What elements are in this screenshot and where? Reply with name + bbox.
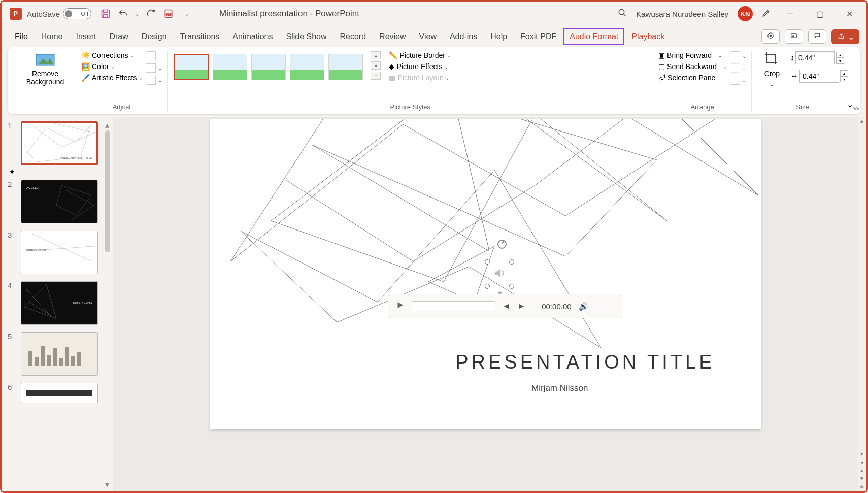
resize-handle-tr[interactable] — [509, 259, 514, 265]
effects-icon: ◆ — [389, 62, 394, 71]
style-thumb-3[interactable] — [251, 54, 286, 80]
picture-styles-gallery[interactable] — [173, 51, 364, 83]
tab-record[interactable]: Record — [334, 28, 373, 45]
minimize-button[interactable]: ─ — [780, 6, 800, 22]
slide-thumb-3[interactable]: 3 INTRODUCTION — [8, 231, 111, 274]
artistic-effects-button[interactable]: 🖌️Artistic Effects ⌄ — [81, 74, 143, 82]
style-thumb-2[interactable] — [213, 54, 247, 80]
tab-foxit[interactable]: Foxit PDF — [514, 28, 562, 45]
rotate-icon[interactable] — [730, 76, 740, 85]
resize-handle-bl[interactable] — [485, 284, 490, 289]
seek-track[interactable] — [412, 301, 495, 311]
remove-background-button[interactable]: Remove Background — [20, 51, 71, 86]
comments-button[interactable] — [808, 29, 826, 44]
tab-addins[interactable]: Add-ins — [444, 28, 483, 45]
picture-effects-button[interactable]: ◆Picture Effects ⌄ — [389, 62, 451, 71]
play-button[interactable] — [395, 301, 405, 312]
picture-layout-button[interactable]: ▦Picture Layout ⌄ — [389, 74, 451, 82]
tab-insert[interactable]: Insert — [70, 28, 102, 45]
color-button[interactable]: 🖼️Color ⌄ — [81, 62, 143, 71]
slide-thumb-2[interactable]: 2 AGENDA — [8, 180, 111, 223]
arrange-group-label: Arrange — [690, 103, 714, 112]
height-input[interactable]: ↕▴▾ — [790, 51, 848, 64]
compress-pictures-icon[interactable] — [146, 51, 156, 60]
gallery-scroll[interactable]: ▴▾≡ — [371, 51, 381, 80]
undo-dropdown[interactable]: ⌄ — [135, 11, 139, 17]
tab-audio-format[interactable]: Audio Format — [563, 28, 624, 45]
skip-forward-button[interactable]: ► — [517, 302, 525, 311]
tab-design[interactable]: Design — [136, 28, 173, 45]
tab-animations[interactable]: Animations — [226, 28, 279, 45]
slide-title-text[interactable]: PRESENTATION TITLE — [455, 351, 715, 373]
tab-transitions[interactable]: Transitions — [174, 28, 226, 45]
collapse-ribbon-icon[interactable]: ⌄ — [847, 100, 853, 109]
slide-thumb-5[interactable]: 5 — [8, 332, 111, 376]
tab-view[interactable]: View — [413, 28, 443, 45]
audio-object[interactable] — [487, 261, 512, 287]
svg-text:PDF: PDF — [166, 13, 172, 16]
style-thumb-4[interactable] — [290, 54, 324, 80]
thumbnail-scrollbar[interactable]: ▴▾ — [105, 120, 111, 486]
status-bar: Slide 1 of 15 ▭ ♿ Accessibility: Investi… — [2, 491, 866, 493]
bring-forward-button[interactable]: ▣Bring Forward ⌄ — [658, 51, 727, 59]
app-icon: P — [10, 8, 22, 20]
maximize-button[interactable]: ▢ — [810, 6, 830, 22]
tab-help[interactable]: Help — [484, 28, 513, 45]
corrections-button[interactable]: ☀️Corrections ⌄ — [81, 51, 143, 59]
resize-handle-tl[interactable] — [485, 259, 490, 265]
tab-home[interactable]: Home — [35, 28, 69, 45]
quick-access-toolbar: ⌄ PDF ⌄ — [101, 9, 189, 19]
qat-customize[interactable]: ⌄ — [185, 11, 189, 17]
canvas-scrollbar[interactable]: ▴▾ ◂▴▾≡ — [857, 117, 866, 491]
group-arrange: ▣Bring Forward ⌄ ▢Send Backward ⌄ ⮰Selec… — [653, 51, 752, 112]
save-icon[interactable] — [101, 9, 111, 19]
tab-review[interactable]: Review — [373, 28, 412, 45]
crop-button[interactable]: Crop ⌄ — [757, 51, 787, 88]
style-thumb-1[interactable] — [174, 54, 209, 80]
selection-pane-button[interactable]: ⮰Selection Pane — [658, 74, 727, 82]
autosave-label: AutoSave — [27, 10, 60, 18]
title-bar: P AutoSave Off ⌄ PDF ⌄ Minimalist presen… — [2, 2, 866, 26]
slide-canvas[interactable]: ◄ ► 00:00.00 🔊 PRESENTATION TITLE Mirjam… — [210, 119, 761, 429]
slide-thumb-1[interactable]: 1 PRESENTATION TITLE — [8, 121, 111, 165]
style-thumb-5[interactable] — [328, 54, 363, 80]
slide-thumb-6[interactable]: 6 — [8, 383, 111, 403]
close-button[interactable]: ✕ — [839, 6, 859, 22]
tab-file[interactable]: File — [9, 28, 34, 45]
tab-playback[interactable]: Playback — [625, 28, 671, 45]
tab-slideshow[interactable]: Slide Show — [280, 28, 332, 45]
pen-icon[interactable] — [762, 8, 771, 19]
reset-picture-icon[interactable] — [146, 76, 156, 85]
audio-media-bar: ◄ ► 00:00.00 🔊 — [388, 294, 622, 318]
slide-thumb-4[interactable]: 4 PRIMARY GOALS — [8, 281, 111, 325]
slide-subtitle-text[interactable]: Mirjam Nilsson — [531, 383, 588, 393]
size-launcher[interactable]: ↘ — [855, 105, 859, 111]
picture-border-button[interactable]: ✏️Picture Border ⌄ — [389, 51, 451, 59]
rotate-handle-icon[interactable] — [496, 238, 508, 252]
autosave-toggle[interactable]: Off — [63, 8, 91, 19]
user-avatar[interactable]: KN — [738, 6, 753, 21]
svg-point-3 — [619, 9, 624, 15]
undo-icon[interactable] — [118, 9, 128, 19]
sun-icon: ☀️ — [81, 51, 90, 59]
adjust-group-label: Adjust — [113, 103, 131, 112]
share-button[interactable]: ⌄ — [831, 29, 859, 44]
camera-record-button[interactable] — [761, 29, 780, 44]
group-icon[interactable] — [730, 63, 740, 73]
align-icon[interactable] — [730, 51, 740, 60]
export-pdf-icon[interactable]: PDF — [163, 9, 174, 19]
redo-icon[interactable] — [146, 9, 156, 19]
search-icon[interactable] — [618, 8, 627, 19]
border-icon: ✏️ — [389, 51, 397, 59]
width-input[interactable]: ↔▴▾ — [790, 70, 848, 83]
skip-back-button[interactable]: ◄ — [503, 302, 511, 311]
volume-icon[interactable]: 🔊 — [579, 302, 589, 311]
send-backward-button[interactable]: ▢Send Backward ⌄ — [658, 62, 727, 71]
tab-draw[interactable]: Draw — [103, 28, 134, 45]
teams-present-button[interactable] — [785, 29, 803, 44]
brush-icon: 🖌️ — [81, 74, 90, 82]
send-backward-icon: ▢ — [658, 62, 665, 71]
change-picture-icon[interactable] — [146, 63, 156, 73]
resize-handle-br[interactable] — [509, 284, 514, 289]
user-name[interactable]: Kawusara Nurudeen Salley — [636, 10, 728, 18]
